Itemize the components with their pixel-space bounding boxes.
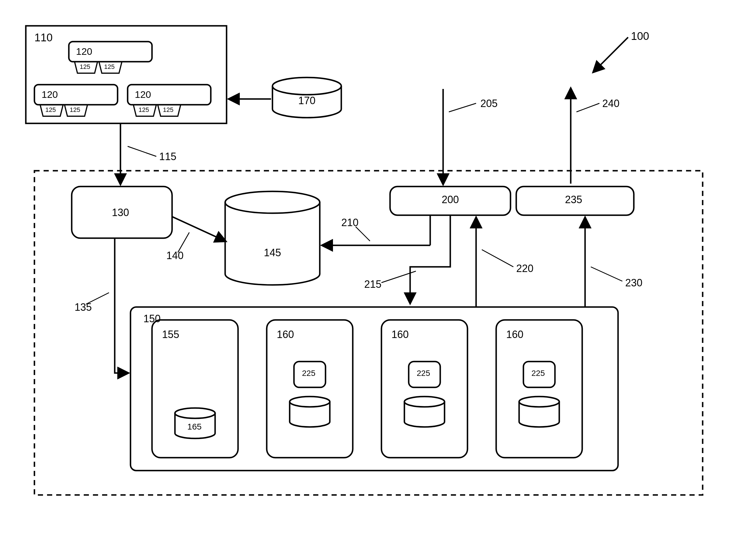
label-100: 100 (631, 30, 649, 42)
label-225c: 225 (531, 369, 545, 378)
ref-arrow-100 (594, 37, 628, 72)
label-125a: 125 (80, 63, 90, 71)
label-130: 130 (112, 207, 129, 219)
label-215: 215 (364, 278, 381, 291)
box-160-1 (267, 320, 353, 457)
box-160-2 (381, 320, 468, 457)
label-220: 220 (516, 263, 533, 275)
cylinder-160-2 (404, 397, 444, 427)
label-155: 155 (162, 329, 179, 341)
label-120b: 120 (42, 89, 58, 100)
box-150 (130, 307, 618, 470)
label-135: 135 (75, 301, 92, 313)
svg-point-1 (225, 191, 320, 213)
diagram-svg (0, 0, 756, 538)
leader-115 (127, 146, 156, 156)
label-125e: 125 (138, 106, 149, 114)
box-110 (26, 26, 227, 123)
label-125b: 125 (104, 63, 115, 71)
label-160b: 160 (391, 329, 409, 341)
svg-point-0 (273, 78, 341, 95)
label-200: 200 (442, 194, 459, 206)
svg-point-3 (290, 397, 330, 407)
svg-point-4 (404, 397, 444, 407)
label-205: 205 (480, 97, 498, 110)
box-160-3 (496, 320, 582, 457)
leader-230 (591, 267, 622, 281)
cylinder-145 (225, 191, 320, 285)
label-225b: 225 (417, 369, 430, 378)
label-110: 110 (34, 31, 52, 44)
label-120c: 120 (135, 89, 151, 100)
arrow-140 (172, 217, 225, 241)
label-170: 170 (298, 95, 316, 107)
label-225a: 225 (302, 369, 316, 378)
svg-point-2 (175, 408, 215, 418)
cylinder-160-3 (519, 397, 559, 427)
leader-240 (577, 103, 599, 112)
label-125f: 125 (163, 106, 174, 114)
label-125c: 125 (45, 106, 56, 114)
leader-210 (356, 227, 370, 241)
label-145: 145 (264, 247, 281, 259)
diagram-canvas: 100 110 120 125 125 120 125 125 120 125 … (0, 0, 756, 538)
arrow-135 (115, 238, 127, 373)
label-235: 235 (565, 194, 582, 206)
leader-205 (449, 103, 476, 112)
label-150: 150 (143, 313, 161, 325)
cylinder-160-1 (290, 397, 330, 427)
label-115: 115 (159, 151, 176, 163)
leader-220 (482, 250, 513, 267)
label-120a: 120 (76, 46, 92, 57)
label-240: 240 (602, 97, 620, 110)
dashed-subsystem (34, 171, 703, 495)
box-155 (152, 320, 238, 457)
svg-point-5 (519, 397, 559, 407)
label-165: 165 (187, 422, 202, 432)
label-125d: 125 (70, 106, 80, 114)
label-210: 210 (341, 217, 359, 229)
label-160c: 160 (506, 329, 524, 341)
label-230: 230 (625, 277, 642, 289)
label-160a: 160 (277, 329, 294, 341)
label-140: 140 (166, 250, 183, 262)
